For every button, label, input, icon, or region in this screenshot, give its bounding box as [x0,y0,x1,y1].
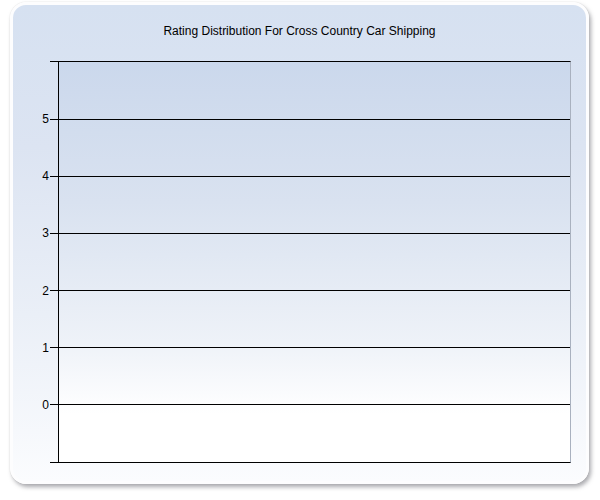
y-axis-tick-mark [50,233,59,234]
gridline [59,119,570,120]
gridline [59,290,570,291]
plot-area: 543210 [58,61,571,463]
y-axis-tick-label: 3 [42,227,49,239]
gridline [59,404,570,405]
gridline [59,347,570,348]
y-axis-tick-mark [50,347,59,348]
y-axis-tick-label: 2 [42,285,49,297]
y-axis-tick-mark [50,404,59,405]
y-axis-tick-label: 5 [42,113,49,125]
gridline [59,233,570,234]
y-axis-tick-mark [50,176,59,177]
y-axis-tick-label: 4 [42,170,49,182]
y-axis-tick-mark [50,290,59,291]
y-axis-tick-label: 0 [42,399,49,411]
y-axis-tick-label: 1 [42,342,49,354]
gridline [59,176,570,177]
y-axis-tick-mark [50,61,59,62]
chart-title: Rating Distribution For Cross Country Ca… [13,24,586,38]
y-axis-tick-mark [50,462,59,463]
y-axis-tick-mark [50,119,59,120]
